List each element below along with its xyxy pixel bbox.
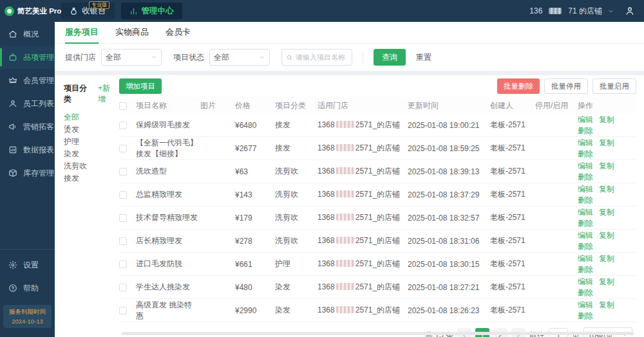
add-item-button[interactable]: 增加项目 (119, 78, 162, 94)
copy-link[interactable]: 复制 (599, 161, 614, 170)
row-checkbox[interactable] (119, 168, 127, 176)
sidebar-item-6[interactable]: 数据报表 (0, 138, 55, 161)
row-actions: 编辑复制删除 (578, 114, 636, 136)
sidebar-item-4[interactable]: 员工列表 (0, 92, 55, 115)
app-name: 简艺美业 Pro (17, 6, 61, 16)
copy-link[interactable]: 复制 (599, 208, 614, 217)
store-filter-select[interactable]: 全部 (101, 49, 162, 66)
censored-digits (336, 121, 354, 128)
copy-link[interactable]: 复制 (599, 231, 614, 240)
row-checkbox[interactable] (119, 191, 127, 199)
edit-link[interactable]: 编辑 (578, 185, 593, 194)
content-tab[interactable]: 服务项目 (65, 22, 99, 44)
store-filter-label: 提供门店 (65, 52, 96, 63)
select-all-checkbox[interactable] (119, 102, 127, 110)
table-toolbar: 增加项目 批量删除 批量停用 批量启用 (119, 75, 636, 97)
item-creator: 老板-2571 (490, 143, 535, 154)
item-updated-time: 2025-01-08 18:59:25 (408, 144, 490, 153)
account-menu[interactable]: 13671 的店铺 (529, 6, 635, 17)
batch-disable-button[interactable]: 批量停用 (544, 78, 588, 94)
sidebar-item[interactable]: 帮助 (0, 277, 55, 300)
category-item[interactable]: 护理 (64, 136, 117, 148)
delete-link[interactable]: 删除 (578, 219, 593, 228)
copy-link[interactable]: 复制 (599, 115, 614, 124)
topbar-tab[interactable]: 管理中心 (121, 3, 182, 19)
item-category: 接发 (275, 120, 317, 131)
add-category-button[interactable]: +新增 (98, 83, 117, 105)
copy-link[interactable]: 复制 (599, 254, 614, 263)
category-item[interactable]: 接发 (64, 172, 117, 185)
search-input[interactable] (296, 53, 348, 61)
edit-link[interactable]: 编辑 (578, 277, 593, 286)
copy-link[interactable]: 复制 (599, 300, 614, 309)
edit-link[interactable]: 编辑 (578, 231, 593, 240)
delete-link[interactable]: 删除 (578, 126, 593, 135)
section-divider (55, 71, 644, 75)
delete-link[interactable]: 删除 (578, 149, 593, 158)
item-store: 13682571_的店铺 (317, 143, 408, 154)
sidebar-item[interactable]: 设置 (0, 253, 55, 277)
item-creator: 老板-2571 (490, 212, 535, 223)
sidebar-menu: 概况 品项管理 会员管理 员工列表 营销拓客 数据报表 库存管理 (0, 23, 55, 185)
row-checkbox[interactable] (119, 284, 127, 291)
category-item[interactable]: 烫发 (64, 123, 117, 136)
delete-link[interactable]: 删除 (578, 288, 593, 297)
item-category: 染发 (275, 305, 317, 316)
row-checkbox[interactable] (119, 307, 127, 314)
row-checkbox[interactable] (119, 122, 127, 129)
batch-enable-button[interactable]: 批量启用 (592, 78, 636, 94)
search-icon (286, 54, 293, 61)
copy-link[interactable]: 复制 (599, 277, 614, 286)
sidebar-item-5[interactable]: 营销拓客 (0, 115, 55, 138)
search-button[interactable]: 查询 (374, 49, 406, 66)
edit-link[interactable]: 编辑 (578, 208, 593, 217)
delete-link[interactable]: 删除 (578, 172, 593, 181)
column-header: 更新时间 (408, 100, 490, 111)
sidebar-item-7[interactable]: 库存管理 (0, 161, 55, 185)
item-price: ¥661 (235, 260, 275, 269)
content-tab[interactable]: 实物商品 (115, 22, 149, 44)
edit-link[interactable]: 编辑 (578, 300, 593, 309)
megaphone-icon (8, 122, 17, 131)
user-avatar-icon[interactable] (625, 6, 635, 16)
status-filter-label: 项目状态 (173, 52, 204, 63)
gear-icon (8, 260, 17, 269)
row-checkbox[interactable] (119, 237, 127, 245)
crown-icon (8, 76, 17, 85)
category-item[interactable]: 染发 (64, 148, 117, 160)
batch-delete-button[interactable]: 批量删除 (497, 78, 540, 94)
edit-link[interactable]: 编辑 (578, 138, 593, 147)
service-expiry-date: 2024-10-13 (5, 318, 50, 325)
row-checkbox[interactable] (119, 145, 127, 152)
edit-link[interactable]: 编辑 (578, 115, 593, 124)
item-name: 技术督导精致理发 (136, 212, 200, 223)
content-tab[interactable]: 会员卡 (166, 22, 191, 44)
edit-link[interactable]: 编辑 (578, 161, 593, 170)
row-checkbox[interactable] (119, 260, 127, 268)
row-checkbox[interactable] (119, 214, 127, 222)
delete-link[interactable]: 删除 (578, 196, 593, 205)
censored-phone-digits (549, 8, 562, 14)
sidebar-item-2[interactable]: 品项管理 (0, 46, 55, 69)
horizontal-scrollbar[interactable] (122, 332, 634, 335)
censored-digits (336, 214, 354, 221)
status-filter-select[interactable]: 全部 (209, 49, 270, 66)
sidebar-item-1[interactable]: 概况 (0, 23, 55, 46)
category-panel-title: 项目分类 (64, 83, 93, 105)
row-actions: 编辑复制删除 (578, 300, 636, 322)
table-row: 洗吹造型 ¥63 洗剪吹 13682571_的店铺 2025-01-08 18:… (119, 160, 636, 183)
item-store: 13682571_的店铺 (317, 166, 408, 177)
delete-link[interactable]: 删除 (578, 265, 593, 274)
sidebar-item-3[interactable]: 会员管理 (0, 69, 55, 92)
edit-link[interactable]: 编辑 (578, 254, 593, 263)
delete-link[interactable]: 删除 (578, 242, 593, 251)
column-header: 项目名称 (136, 100, 200, 111)
copy-link[interactable]: 复制 (599, 138, 614, 147)
reset-button[interactable]: 重置 (411, 49, 437, 66)
item-store: 13682571_的店铺 (317, 259, 408, 269)
delete-link[interactable]: 删除 (578, 311, 593, 320)
category-item[interactable]: 全部 (64, 111, 117, 123)
item-updated-time: 2025-01-08 18:26:23 (408, 306, 490, 315)
copy-link[interactable]: 复制 (599, 185, 614, 194)
category-item[interactable]: 洗剪吹 (64, 160, 117, 172)
